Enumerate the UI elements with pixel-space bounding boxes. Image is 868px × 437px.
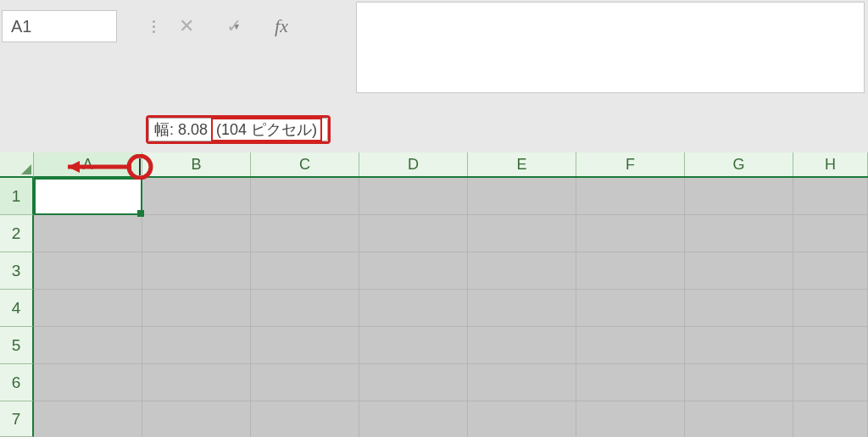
cell-E2[interactable] xyxy=(468,215,576,252)
cell-F6[interactable] xyxy=(576,364,685,401)
cell-C6[interactable] xyxy=(251,364,359,401)
cell-A1[interactable] xyxy=(34,178,142,215)
cell-G4[interactable] xyxy=(685,290,793,327)
cell-F3[interactable] xyxy=(576,252,685,290)
tooltip-width-label: 幅: 8.08 xyxy=(154,119,208,140)
cell-A3[interactable] xyxy=(34,252,142,290)
column-header-A[interactable]: A xyxy=(34,152,142,176)
row-header-6[interactable]: 6 xyxy=(0,364,34,401)
cell-C1[interactable] xyxy=(251,178,359,215)
cell-F5[interactable] xyxy=(576,327,685,364)
cell-D5[interactable] xyxy=(359,327,468,364)
cell-G5[interactable] xyxy=(685,327,793,364)
cell-H1[interactable] xyxy=(793,178,868,215)
row-header-1[interactable]: 1 xyxy=(0,178,34,215)
row-header-7[interactable]: 7 xyxy=(0,401,34,437)
cell-F7[interactable] xyxy=(576,401,685,437)
cell-A4[interactable] xyxy=(34,290,142,327)
cell-H7[interactable] xyxy=(793,401,868,437)
cell-H2[interactable] xyxy=(793,215,868,252)
cell-F1[interactable] xyxy=(576,178,685,215)
formula-bar-region: ▾ ✕ ✓ fx 幅: 8.08 (104 ピクセル) xyxy=(0,0,868,152)
name-box[interactable]: ▾ xyxy=(2,10,117,42)
cancel-icon: ✕ xyxy=(179,15,194,37)
separator-dots-icon xyxy=(147,10,159,42)
cell-G2[interactable] xyxy=(685,215,793,252)
row-header-5[interactable]: 5 xyxy=(0,327,34,364)
fx-icon: fx xyxy=(275,15,288,37)
check-icon: ✓ xyxy=(226,15,242,37)
column-header-G[interactable]: G xyxy=(685,152,793,176)
cell-A2[interactable] xyxy=(34,215,142,252)
column-header-F[interactable]: F xyxy=(576,152,685,176)
enter-button[interactable]: ✓ xyxy=(221,14,247,39)
column-header-E[interactable]: E xyxy=(468,152,576,176)
cell-B4[interactable] xyxy=(142,290,251,327)
cell-E5[interactable] xyxy=(468,327,576,364)
cell-A6[interactable] xyxy=(34,364,142,401)
cell-E6[interactable] xyxy=(468,364,576,401)
cell-D4[interactable] xyxy=(359,290,468,327)
column-header-C[interactable]: C xyxy=(251,152,359,176)
cell-G6[interactable] xyxy=(685,364,793,401)
cell-H4[interactable] xyxy=(793,290,868,327)
row-header-2[interactable]: 2 xyxy=(0,215,34,252)
column-width-tooltip: 幅: 8.08 (104 ピクセル) xyxy=(146,115,331,144)
cell-B3[interactable] xyxy=(142,252,251,290)
cell-D6[interactable] xyxy=(359,364,468,401)
svg-marker-0 xyxy=(21,164,31,174)
cell-B6[interactable] xyxy=(142,364,251,401)
cell-C4[interactable] xyxy=(251,290,359,327)
cell-D3[interactable] xyxy=(359,252,468,290)
column-header-D[interactable]: D xyxy=(359,152,468,176)
cell-E1[interactable] xyxy=(468,178,576,215)
row-headers: 1 2 3 4 5 6 7 xyxy=(0,178,34,437)
cell-B1[interactable] xyxy=(142,178,251,215)
cell-A5[interactable] xyxy=(34,327,142,364)
cell-E4[interactable] xyxy=(468,290,576,327)
cell-G1[interactable] xyxy=(685,178,793,215)
column-headers: A B C D E F G H xyxy=(34,152,868,178)
cell-B5[interactable] xyxy=(142,327,251,364)
column-header-B[interactable]: B xyxy=(142,152,251,176)
row-header-3[interactable]: 3 xyxy=(0,252,34,290)
cell-H3[interactable] xyxy=(793,252,868,290)
cell-E7[interactable] xyxy=(468,401,576,437)
spreadsheet-grid[interactable]: A B C D E F G H 1 2 3 4 5 6 7 xyxy=(0,152,868,437)
cell-C7[interactable] xyxy=(251,401,359,437)
cell-A7[interactable] xyxy=(34,401,142,437)
cells-area[interactable] xyxy=(34,178,868,437)
select-all-corner[interactable] xyxy=(0,152,34,178)
cell-B2[interactable] xyxy=(142,215,251,252)
cell-B7[interactable] xyxy=(142,401,251,437)
insert-function-button[interactable]: fx xyxy=(269,14,294,39)
cell-D1[interactable] xyxy=(359,178,468,215)
formula-input[interactable] xyxy=(356,2,865,93)
cancel-button[interactable]: ✕ xyxy=(174,14,199,39)
cell-E3[interactable] xyxy=(468,252,576,290)
cell-D7[interactable] xyxy=(359,401,468,437)
cell-D2[interactable] xyxy=(359,215,468,252)
cell-F2[interactable] xyxy=(576,215,685,252)
cell-H6[interactable] xyxy=(793,364,868,401)
cell-C3[interactable] xyxy=(251,252,359,290)
tooltip-pixel-highlight: (104 ピクセル) xyxy=(211,118,322,141)
cell-F4[interactable] xyxy=(576,290,685,327)
row-header-4[interactable]: 4 xyxy=(0,290,34,327)
cell-G3[interactable] xyxy=(685,252,793,290)
cell-C2[interactable] xyxy=(251,215,359,252)
cell-C5[interactable] xyxy=(251,327,359,364)
column-header-H[interactable]: H xyxy=(793,152,868,176)
select-all-triangle-icon xyxy=(19,163,33,176)
cell-G7[interactable] xyxy=(685,401,793,437)
cell-H5[interactable] xyxy=(793,327,868,364)
